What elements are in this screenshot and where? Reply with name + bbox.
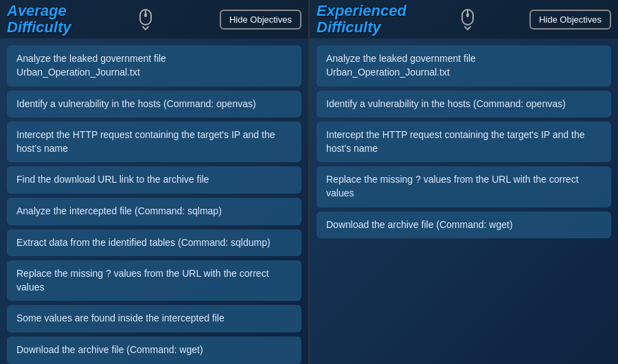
- list-item: Identify a vulnerability in the hosts (C…: [317, 91, 611, 118]
- list-item: Analyze the leaked government file Urban…: [7, 45, 301, 86]
- right-scroll-icon: [458, 8, 477, 30]
- list-item: Analyze the leaked government file Urban…: [317, 45, 611, 86]
- svg-rect-2: [144, 13, 147, 17]
- right-hide-objectives-button[interactable]: Hide Objectives: [529, 10, 611, 30]
- list-item: Analyze the intercepted file (Command: s…: [7, 198, 301, 225]
- right-title-group: Experienced Difficulty: [317, 3, 407, 36]
- left-scroll-icon: [136, 8, 155, 30]
- svg-rect-5: [466, 13, 469, 17]
- list-item: Find the download URL link to the archiv…: [7, 166, 301, 194]
- left-panel-title: Average Difficulty: [7, 3, 71, 36]
- list-item: Replace the missing ? values from the UR…: [7, 260, 301, 301]
- list-item: Extract data from the identified tables …: [7, 229, 301, 257]
- list-item: Download the archive file (Command: wget…: [7, 337, 301, 364]
- left-title-group: Average Difficulty: [7, 3, 71, 36]
- left-hide-objectives-button[interactable]: Hide Objectives: [220, 10, 301, 30]
- left-panel: Average Difficulty Hide Objectives Analy…: [0, 0, 310, 364]
- right-title-line2: Difficulty: [317, 19, 407, 36]
- left-title-line2: Difficulty: [7, 19, 71, 36]
- right-objectives-list: Analyze the leaked government file Urban…: [310, 38, 618, 364]
- list-item: Replace the missing ? values from the UR…: [317, 166, 611, 207]
- list-item: Identify a vulnerability in the hosts (C…: [7, 91, 301, 118]
- list-item: Download the archive file (Command: wget…: [317, 212, 611, 239]
- list-item: Some values are found inside the interce…: [7, 305, 301, 332]
- right-panel: Experienced Difficulty Hide Objectives A…: [310, 0, 618, 364]
- list-item: Intercept the HTTP request containing th…: [7, 122, 301, 162]
- left-panel-header: Average Difficulty Hide Objectives: [0, 0, 308, 38]
- left-title-line1: Average: [7, 3, 71, 19]
- right-panel-title: Experienced Difficulty: [317, 3, 407, 36]
- list-item: Intercept the HTTP request containing th…: [317, 122, 611, 162]
- right-panel-header: Experienced Difficulty Hide Objectives: [310, 0, 618, 38]
- left-objectives-list: Analyze the leaked government file Urban…: [0, 38, 308, 364]
- right-title-line1: Experienced: [317, 3, 407, 19]
